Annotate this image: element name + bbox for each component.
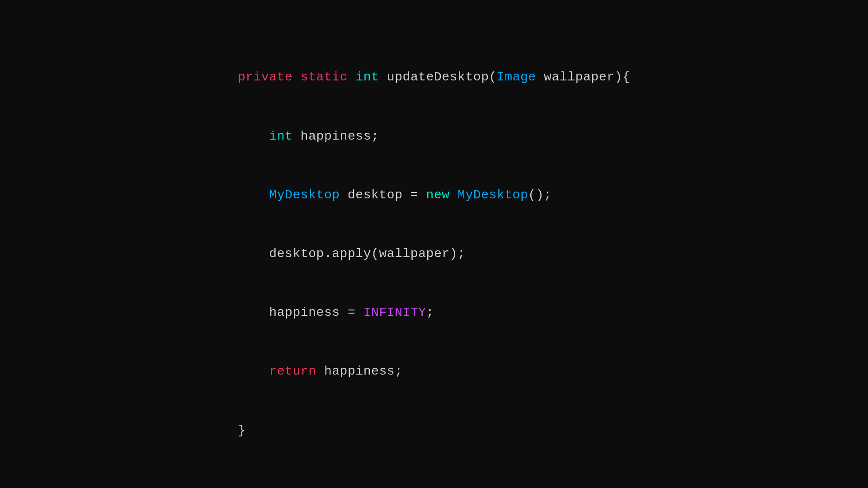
code-line-4: desktop.apply(wallpaper);	[238, 244, 630, 263]
class-mydesktop-2: MyDesktop	[450, 188, 528, 202]
apply-call: desktop.apply(wallpaper);	[269, 247, 465, 261]
happiness-decl: happiness;	[292, 129, 379, 143]
happiness-assign: happiness	[269, 305, 340, 319]
code-line-7: }	[238, 421, 630, 440]
class-mydesktop-1: MyDesktop	[269, 188, 340, 202]
constant-infinity: INFINITY	[363, 305, 426, 319]
param-wallpaper: wallpaper){	[536, 70, 630, 84]
semicolon-5: ;	[426, 305, 434, 319]
class-image: Image	[497, 70, 536, 84]
code-line-2: int happiness;	[238, 127, 630, 146]
code-display: private static int updateDesktop(Image w…	[238, 28, 630, 460]
keyword-int-2: int	[269, 129, 292, 143]
method-signature: updateDesktop(	[379, 70, 496, 84]
keyword-static: static	[301, 70, 348, 84]
code-line-5: happiness = INFINITY;	[238, 303, 630, 322]
code-line-1: private static int updateDesktop(Image w…	[238, 67, 630, 87]
keyword-return: return	[269, 364, 316, 378]
desktop-assign-middle: desktop =	[340, 188, 426, 202]
keyword-private: private	[238, 70, 293, 84]
code-line-6: return happiness;	[238, 361, 630, 381]
constructor-end: ();	[528, 188, 552, 202]
closing-brace: }	[238, 423, 245, 437]
keyword-new: new	[426, 188, 450, 202]
code-line-3: MyDesktop desktop = new MyDesktop();	[238, 185, 630, 205]
keyword-int-1: int	[355, 70, 379, 84]
return-happiness: happiness;	[316, 364, 403, 378]
